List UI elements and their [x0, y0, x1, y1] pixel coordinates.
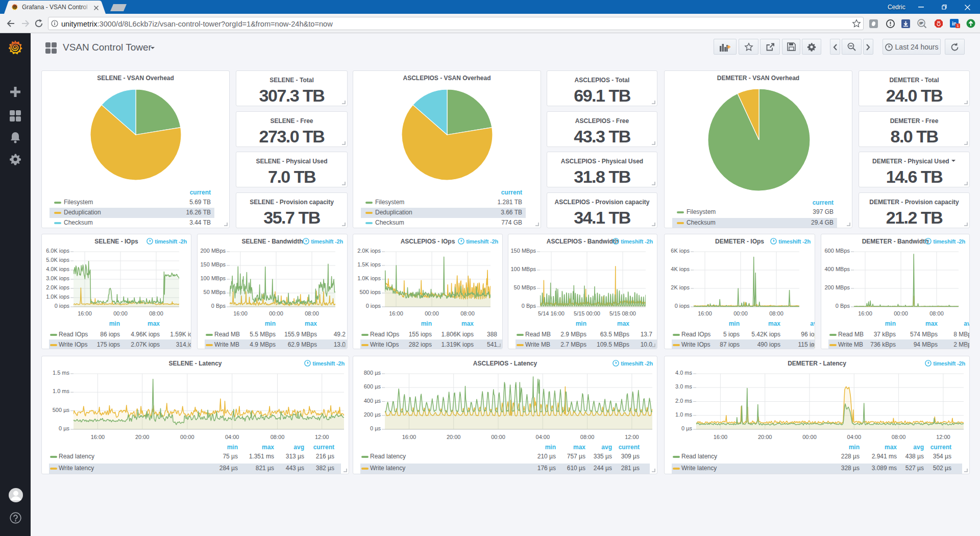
svg-text:IP: IP [919, 21, 923, 26]
svg-text:1: 1 [957, 23, 959, 28]
